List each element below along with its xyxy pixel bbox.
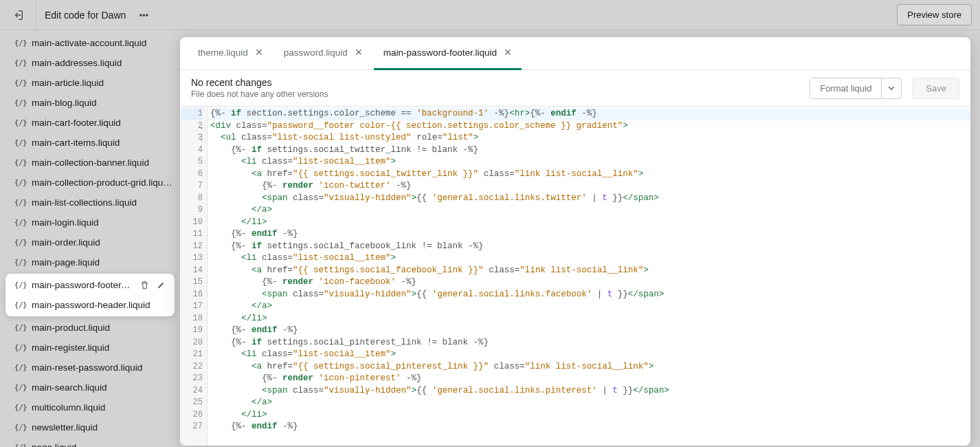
file-item[interactable]: {/}main-reset-password.liquid [0, 358, 180, 378]
file-item-selected[interactable]: {/} main-password-footer.l… [5, 275, 175, 295]
code-line[interactable]: <a href="{{ settings.social_facebook_lin… [210, 265, 970, 277]
file-item[interactable]: {/}main-cart-footer.liquid [0, 113, 180, 133]
code-line[interactable]: </li> [210, 217, 970, 229]
code-line[interactable]: {%- if settings.social_pinterest_link !=… [210, 337, 970, 349]
editor-tab[interactable]: main-password-footer.liquid✕ [374, 37, 522, 70]
file-item[interactable]: {/}main-login.liquid [0, 212, 180, 232]
pencil-icon [156, 280, 166, 290]
rename-file-button[interactable] [154, 279, 168, 292]
file-name: main-page.liquid [32, 257, 173, 268]
file-item[interactable]: {/}main-activate-account.liquid [0, 33, 180, 53]
tab-close-button[interactable]: ✕ [255, 47, 263, 58]
line-number: 27 [181, 421, 203, 433]
tab-close-button[interactable]: ✕ [355, 47, 363, 58]
line-number: 24 [181, 385, 203, 397]
file-name: main-password-header.liquid [32, 300, 168, 310]
tab-label: main-password-footer.liquid [383, 47, 497, 58]
file-item[interactable]: {/}main-blog.liquid [0, 93, 180, 113]
editor-tab[interactable]: theme.liquid✕ [188, 37, 273, 70]
code-line[interactable]: <li class="list-social__item"> [210, 349, 970, 361]
editor-tab[interactable]: password.liquid✕ [274, 37, 372, 70]
file-tree[interactable]: {/}main-activate-account.liquid{/}main-a… [0, 30, 180, 447]
liquid-file-icon: {/} [15, 423, 26, 433]
line-number: 3⌄ [181, 132, 203, 144]
file-item[interactable]: {/}multicolumn.liquid [0, 397, 180, 417]
line-number: 15 [181, 276, 203, 289]
code-line[interactable]: <span class="visually-hidden">{{ 'genera… [210, 193, 970, 205]
liquid-file-icon: {/} [15, 198, 26, 208]
code-content[interactable]: {%- if section.settings.color_scheme == … [208, 107, 970, 446]
line-number: 22 [181, 361, 203, 373]
code-line[interactable]: <li class="list-social__item"> [210, 252, 970, 265]
line-number: 1 [181, 108, 203, 120]
code-line[interactable]: <a href="{{ settings.social_twitter_link… [210, 168, 970, 181]
file-item[interactable]: {/}main-addresses.liquid [0, 53, 180, 73]
code-line[interactable]: {%- endif -%} [210, 421, 970, 433]
format-button-group: Format liquid [810, 78, 902, 99]
liquid-file-icon: {/} [15, 58, 26, 68]
file-name: main-order.liquid [32, 237, 173, 248]
file-name: main-password-footer.l… [32, 280, 132, 290]
file-item[interactable]: {/}main-product.liquid [0, 318, 180, 338]
code-line[interactable]: </li> [210, 313, 970, 325]
code-line[interactable]: {%- render 'icon-pinterest' -%} [210, 373, 970, 385]
line-number: 7 [181, 180, 203, 193]
line-number: 20 [181, 337, 203, 349]
file-item[interactable]: {/}main-article.liquid [0, 73, 180, 93]
file-item[interactable]: {/} main-password-header.liquid [5, 295, 175, 315]
file-name: main-search.liquid [32, 382, 173, 393]
code-line[interactable]: <a href="{{ settings.social_pinterest_li… [210, 361, 970, 373]
file-item[interactable]: {/}main-collection-banner.liquid [0, 153, 180, 173]
code-line[interactable]: {%- render 'icon-facebook' -%} [210, 276, 970, 289]
file-item[interactable]: {/}main-register.liquid [0, 338, 180, 358]
line-number: 17 [181, 301, 203, 313]
line-number: 19 [181, 325, 203, 337]
code-line[interactable]: </a> [210, 397, 970, 409]
line-number: 14 [181, 265, 203, 277]
code-line[interactable]: <span class="visually-hidden">{{ 'genera… [210, 289, 970, 301]
code-line[interactable]: <div class="password__footer color-{{ se… [210, 120, 970, 133]
file-item[interactable]: {/}main-search.liquid [0, 378, 180, 397]
code-line[interactable]: <span class="visually-hidden">{{ 'genera… [210, 385, 970, 397]
code-line[interactable]: <ul class="list-social list-unstyled" ro… [210, 132, 970, 144]
exit-icon [12, 9, 24, 21]
more-button[interactable]: ••• [134, 6, 153, 25]
code-line[interactable]: {%- endif -%} [210, 325, 970, 337]
code-line[interactable]: {%- if section.settings.color_scheme == … [210, 108, 970, 120]
exit-button[interactable] [8, 6, 27, 25]
code-line[interactable]: </li> [210, 409, 970, 422]
file-item[interactable]: {/}main-list-collections.liquid [0, 193, 180, 212]
liquid-file-icon: {/} [15, 78, 26, 88]
line-number: 12 [181, 241, 203, 253]
file-item[interactable]: {/}main-collection-product-grid.liqu… [0, 173, 180, 193]
code-editor[interactable]: 12⌄3⌄45678910111213141516171819202122232… [180, 107, 970, 446]
format-dropdown-button[interactable] [882, 78, 901, 98]
line-number: 13 [181, 252, 203, 265]
tab-close-button[interactable]: ✕ [504, 47, 512, 58]
file-item[interactable]: {/}page.liquid [0, 437, 180, 447]
delete-file-button[interactable] [137, 279, 151, 292]
code-line[interactable]: <li class="list-social__item"> [210, 156, 970, 168]
line-number: 10 [181, 217, 203, 229]
code-line[interactable]: </a> [210, 301, 970, 313]
file-item[interactable]: {/}main-page.liquid [0, 252, 180, 272]
format-liquid-button[interactable]: Format liquid [810, 78, 882, 98]
file-item[interactable]: {/}main-cart-items.liquid [0, 133, 180, 153]
file-item[interactable]: {/}main-order.liquid [0, 232, 180, 252]
file-name: main-blog.liquid [32, 98, 173, 108]
page-title: Edit code for Dawn [45, 10, 126, 21]
file-item[interactable]: {/}newsletter.liquid [0, 417, 180, 437]
code-line[interactable]: {%- render 'icon-twitter' -%} [210, 180, 970, 193]
code-line[interactable]: {%- if settings.social_facebook_link != … [210, 241, 970, 253]
code-line[interactable]: {%- if settings.social_twitter_link != b… [210, 144, 970, 157]
liquid-file-icon: {/} [15, 158, 26, 168]
line-number: 5 [181, 156, 203, 168]
line-number: 25 [181, 397, 203, 409]
code-line[interactable]: {%- endif -%} [210, 228, 970, 241]
trash-icon [140, 280, 150, 290]
save-button[interactable]: Save [913, 78, 959, 99]
preview-store-button[interactable]: Preview store [897, 4, 972, 25]
liquid-file-icon: {/} [15, 363, 26, 373]
code-line[interactable]: </a> [210, 204, 970, 217]
file-name: main-activate-account.liquid [32, 38, 173, 48]
